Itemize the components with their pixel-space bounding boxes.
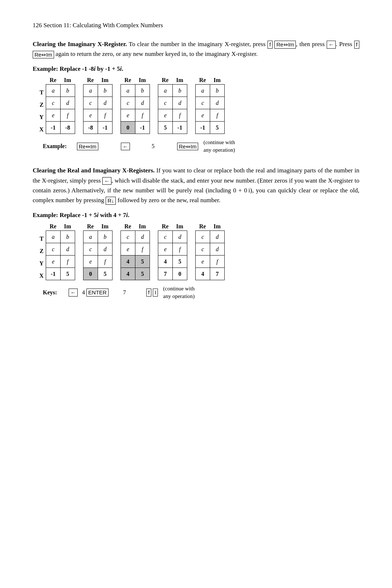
section1-body3: . Press bbox=[336, 41, 354, 48]
continue-note-1: (continue withany operation) bbox=[203, 139, 235, 154]
key-reimlm-k1: Re⇔Im bbox=[77, 143, 98, 151]
key-bs-k1: ← bbox=[121, 143, 130, 151]
key-reimlm-1: Re⇔Im bbox=[274, 41, 296, 49]
key-enter-k2: ENTER bbox=[86, 289, 109, 297]
key-7-k2: 7 bbox=[123, 289, 126, 296]
table-row: ab bbox=[83, 231, 113, 243]
table-row: ab bbox=[46, 231, 75, 243]
stack2: Re Im ab cd ef -8-1 bbox=[83, 77, 113, 134]
row-label-X2: X bbox=[36, 270, 44, 282]
example1-text: Replace -1 -8i by -1 + 5i. bbox=[60, 65, 123, 72]
table-row: cd bbox=[158, 231, 187, 243]
table-row: cd bbox=[46, 243, 75, 256]
table-row: 05 bbox=[83, 268, 113, 280]
table-row: 70 bbox=[158, 268, 187, 280]
key-f-2: f bbox=[354, 41, 359, 49]
table-row: -15 bbox=[46, 268, 75, 280]
table-row: cd bbox=[196, 243, 225, 256]
section1-body2: , then press bbox=[296, 41, 327, 48]
stack2-table: ab cd ef -8-1 bbox=[83, 84, 113, 134]
example2-keys: Keys: ← 4 ENTER 7 f I (continue withany … bbox=[43, 285, 359, 300]
section1-body4: again to return the zero, or any new num… bbox=[54, 50, 258, 57]
stack1-table: ab cd ef -1-8 bbox=[46, 84, 75, 134]
row-label-T: T bbox=[36, 86, 44, 99]
row-labels-2: T Z Y X bbox=[36, 233, 44, 282]
table-row: ab bbox=[158, 85, 187, 97]
stack1-headers: Re Im bbox=[46, 77, 75, 83]
stack1: Re Im ab cd ef -1-8 bbox=[46, 77, 75, 134]
continue-note-2: (continue withany operation) bbox=[163, 285, 195, 300]
row-label-Y2: Y bbox=[36, 257, 44, 270]
stack2c: Re Im cd ef 45 45 bbox=[121, 223, 150, 280]
table-row: ef bbox=[196, 256, 225, 268]
section2-title: Clearing the Real and Imaginary X-Regist… bbox=[33, 167, 155, 174]
key-f-1: f bbox=[268, 41, 273, 49]
table-row: ef bbox=[121, 109, 150, 122]
stack5: Re Im ab cd ef -15 bbox=[195, 77, 225, 134]
stack3: Re Im ab cd ef 0-1 bbox=[121, 77, 150, 134]
page-header: 126 Section 11: Calculating With Complex… bbox=[33, 22, 359, 29]
stack2d-table: cd ef 45 70 bbox=[158, 230, 187, 280]
table-row: ef bbox=[196, 109, 225, 122]
row-label-X: X bbox=[36, 123, 44, 136]
key-reimlm-k2: Re⇔Im bbox=[177, 143, 199, 151]
key-bs-k2: ← bbox=[69, 289, 78, 297]
table-row: cd bbox=[196, 231, 225, 243]
keys-label-1: Example: bbox=[43, 143, 67, 150]
table-row: cd bbox=[158, 97, 187, 109]
key-reimlm-2: Re⇔Im bbox=[33, 51, 54, 59]
table-row: cd bbox=[121, 231, 150, 243]
table-row: cd bbox=[83, 97, 113, 109]
keys-label-2: Keys: bbox=[43, 289, 57, 296]
stack4-table: ab cd ef 5-1 bbox=[158, 84, 187, 134]
table-row: cd bbox=[83, 243, 113, 256]
table-row: 45 bbox=[158, 256, 187, 268]
stack3-table: ab cd ef 0-1 bbox=[121, 84, 150, 134]
key-backspace-2: ← bbox=[102, 177, 111, 185]
section2-paragraph: Clearing the Real and Imaginary X-Regist… bbox=[33, 166, 359, 205]
header-text: 126 Section 11: Calculating With Complex… bbox=[33, 22, 163, 29]
stack2d: Re Im cd ef 45 70 bbox=[158, 223, 187, 280]
stack4-headers: Re Im bbox=[158, 77, 187, 83]
key-5-k1: 5 bbox=[152, 143, 155, 150]
section1-paragraph: Clearing the Imaginary X-Register. To cl… bbox=[33, 39, 359, 59]
example2-label: Example: Replace -1 + 5i with 4 + 7i. bbox=[33, 212, 359, 219]
stack5-headers: Re Im bbox=[195, 77, 224, 83]
table-row: -1-8 bbox=[46, 122, 75, 134]
table-row: ef bbox=[46, 109, 75, 122]
stack2a-table: ab cd ef -15 bbox=[46, 230, 75, 280]
table-row: 0-1 bbox=[121, 122, 150, 134]
table-row: ef bbox=[158, 109, 187, 122]
key-I-k2: I bbox=[153, 289, 158, 297]
table-row: cd bbox=[121, 97, 150, 109]
example1-keys: Example: Re⇔Im ← 5 Re⇔Im (continue witha… bbox=[43, 139, 359, 154]
stack2e-table: cd cd ef 47 bbox=[195, 230, 225, 280]
table-row: cd bbox=[196, 97, 225, 109]
table-row: 45 bbox=[121, 256, 150, 268]
table-row: ef bbox=[83, 109, 113, 122]
table-row: cd bbox=[46, 97, 75, 109]
key-4-k2: 4 bbox=[82, 289, 85, 296]
table-row: 45 bbox=[121, 268, 150, 280]
stack3-headers: Re Im bbox=[121, 77, 150, 83]
table-row: -8-1 bbox=[83, 122, 113, 134]
example2-text: Replace -1 + 5i with 4 + 7i. bbox=[60, 212, 129, 219]
stack2b: Re Im ab cd ef 05 bbox=[83, 223, 113, 280]
key-f-k2: f bbox=[146, 289, 151, 297]
table-row: ab bbox=[83, 85, 113, 97]
table-row: ef bbox=[158, 243, 187, 256]
example1-block: Example: Replace -1 -8i by -1 + 5i. T Z … bbox=[33, 65, 359, 154]
table-row: ab bbox=[46, 85, 75, 97]
example2-block: Example: Replace -1 + 5i with 4 + 7i. T … bbox=[33, 212, 359, 300]
row-label-Z2: Z bbox=[36, 245, 44, 257]
row-label-Y: Y bbox=[36, 111, 44, 123]
table-row: ab bbox=[121, 85, 150, 97]
stack2c-table: cd ef 45 45 bbox=[121, 230, 150, 280]
table-row: ef bbox=[46, 256, 75, 268]
example1-label: Example: Replace -1 -8i by -1 + 5i. bbox=[33, 65, 359, 73]
table-row: ef bbox=[121, 243, 150, 256]
stack2-headers: Re Im bbox=[83, 77, 112, 83]
stack5-table: ab cd ef -15 bbox=[195, 84, 225, 134]
table-row: 47 bbox=[196, 268, 225, 280]
table-row: ef bbox=[83, 256, 113, 268]
